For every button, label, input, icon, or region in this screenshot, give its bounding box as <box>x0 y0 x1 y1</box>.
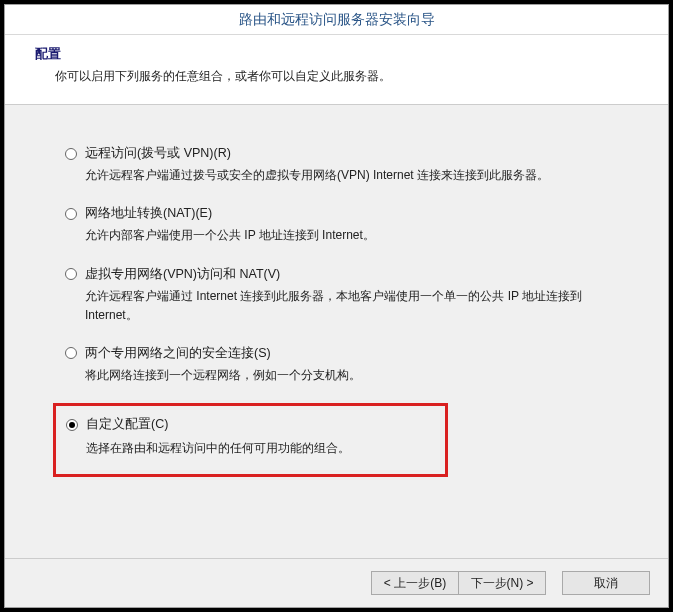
cancel-button[interactable]: 取消 <box>562 571 650 595</box>
option-label: 远程访问(拨号或 VPN)(R) <box>85 145 231 162</box>
radio-icon[interactable] <box>65 148 77 160</box>
option-label: 两个专用网络之间的安全连接(S) <box>85 345 271 362</box>
option-desc: 将此网络连接到一个远程网络，例如一个分支机构。 <box>65 366 615 385</box>
wizard-header: 配置 你可以启用下列服务的任意组合，或者你可以自定义此服务器。 <box>5 35 668 105</box>
window-title: 路由和远程访问服务器安装向导 <box>239 11 435 29</box>
option-label: 自定义配置(C) <box>86 416 168 433</box>
next-button[interactable]: 下一步(N) > <box>458 571 546 595</box>
option-desc: 允许远程客户端通过拨号或安全的虚拟专用网络(VPN) Internet 连接来连… <box>65 166 615 185</box>
selection-highlight: 自定义配置(C) 选择在路由和远程访问中的任何可用功能的组合。 <box>53 403 448 477</box>
option-secure-connection[interactable]: 两个专用网络之间的安全连接(S) 将此网络连接到一个远程网络，例如一个分支机构。 <box>65 345 638 385</box>
option-vpn-nat[interactable]: 虚拟专用网络(VPN)访问和 NAT(V) 允许远程客户端通过 Internet… <box>65 266 638 325</box>
option-nat[interactable]: 网络地址转换(NAT)(E) 允许内部客户端使用一个公共 IP 地址连接到 In… <box>65 205 638 245</box>
option-custom[interactable]: 自定义配置(C) 选择在路由和远程访问中的任何可用功能的组合。 <box>66 416 435 458</box>
wizard-window: 路由和远程访问服务器安装向导 配置 你可以启用下列服务的任意组合，或者你可以自定… <box>4 4 669 608</box>
option-desc: 允许远程客户端通过 Internet 连接到此服务器，本地客户端使用一个单一的公… <box>65 287 615 325</box>
option-desc: 允许内部客户端使用一个公共 IP 地址连接到 Internet。 <box>65 226 615 245</box>
back-button[interactable]: < 上一步(B) <box>371 571 459 595</box>
radio-icon[interactable] <box>65 268 77 280</box>
option-label: 虚拟专用网络(VPN)访问和 NAT(V) <box>85 266 280 283</box>
radio-icon[interactable] <box>66 419 78 431</box>
window-titlebar: 路由和远程访问服务器安装向导 <box>5 5 668 35</box>
page-title: 配置 <box>35 45 644 63</box>
option-label: 网络地址转换(NAT)(E) <box>85 205 212 222</box>
screenshot-frame: 路由和远程访问服务器安装向导 配置 你可以启用下列服务的任意组合，或者你可以自定… <box>0 0 673 612</box>
button-bar: < 上一步(B) 下一步(N) > 取消 <box>5 559 668 607</box>
wizard-content: 远程访问(拨号或 VPN)(R) 允许远程客户端通过拨号或安全的虚拟专用网络(V… <box>5 105 668 558</box>
option-remote-access[interactable]: 远程访问(拨号或 VPN)(R) 允许远程客户端通过拨号或安全的虚拟专用网络(V… <box>65 145 638 185</box>
radio-icon[interactable] <box>65 208 77 220</box>
option-desc: 选择在路由和远程访问中的任何可用功能的组合。 <box>66 439 435 458</box>
page-subtitle: 你可以启用下列服务的任意组合，或者你可以自定义此服务器。 <box>35 67 644 86</box>
radio-icon[interactable] <box>65 347 77 359</box>
